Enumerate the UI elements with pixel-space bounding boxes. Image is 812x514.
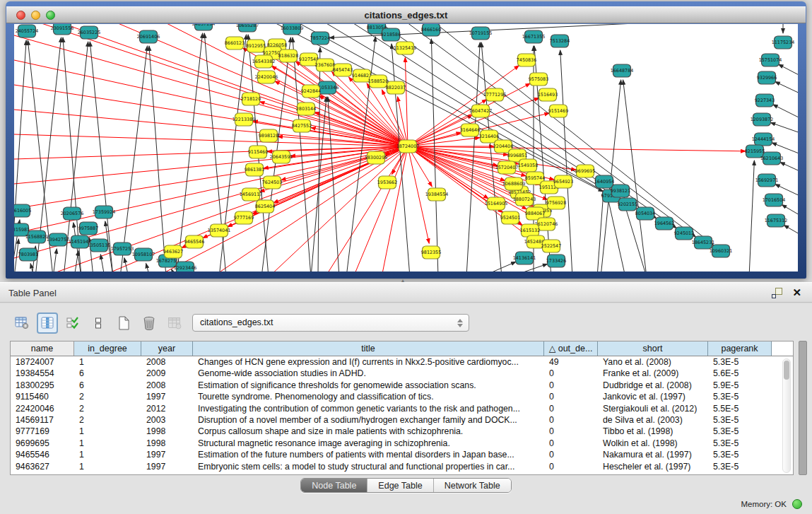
graph-node[interactable]: 2803144 xyxy=(296,103,316,115)
graph-node[interactable]: 9329966 xyxy=(757,71,777,84)
graph-node[interactable]: 15164905 xyxy=(485,197,508,210)
graph-node[interactable]: 16047427 xyxy=(469,105,493,117)
graph-node[interactable]: 2522547 xyxy=(541,240,561,252)
graph-node[interactable]: 16648784 xyxy=(611,64,634,77)
graph-node[interactable]: 8186328 xyxy=(278,49,298,62)
graph-node[interactable]: 17771295 xyxy=(483,88,507,101)
graph-node[interactable]: 9699695 xyxy=(575,165,595,177)
row-height-icon[interactable] xyxy=(88,313,109,334)
graph-node[interactable]: 7857224 xyxy=(310,32,330,45)
graph-node[interactable]: 9465546 xyxy=(184,235,204,248)
graph-node[interactable]: 12093872 xyxy=(751,113,774,126)
tab-edge-table[interactable]: Edge Table xyxy=(367,479,433,492)
graph-node[interactable]: 3164646 xyxy=(460,124,480,136)
graph-node[interactable]: 13574041 xyxy=(208,224,231,237)
column-header-title[interactable]: title xyxy=(193,341,544,356)
network-canvas[interactable]: 2405572423091556260352252069140624637194… xyxy=(14,24,798,271)
graph-node[interactable]: 17016504 xyxy=(763,194,786,206)
tab-node-table[interactable]: Node Table xyxy=(301,479,367,492)
close-panel-icon[interactable]: ✕ xyxy=(792,286,801,299)
graph-node[interactable]: 9654923 xyxy=(553,175,573,188)
select-columns-icon[interactable] xyxy=(62,313,83,334)
graph-node[interactable]: 18645231 xyxy=(692,236,715,249)
close-window-icon[interactable] xyxy=(16,11,25,20)
graph-node[interactable]: 13942757 xyxy=(47,233,70,246)
graph-node[interactable]: 9245012 xyxy=(674,227,694,240)
graph-node[interactable]: 16543382 xyxy=(252,55,276,68)
graph-node[interactable]: 9777169 xyxy=(234,211,254,224)
table-row[interactable]: 969969511998Structural magnetic resonanc… xyxy=(11,438,793,449)
table-scrollbar[interactable] xyxy=(782,358,791,473)
graph-node[interactable]: 9861381 xyxy=(245,163,264,176)
graph-node[interactable]: 11568829 xyxy=(25,230,49,243)
graph-node[interactable]: 7513284 xyxy=(550,35,570,47)
graph-node[interactable]: 15692971 xyxy=(755,174,779,187)
graph-node[interactable]: 1516493 xyxy=(538,88,558,101)
graph-node[interactable]: 14569117 xyxy=(240,188,263,201)
graph-node[interactable]: 8660123 xyxy=(225,37,245,49)
graph-node[interactable]: 14136141 xyxy=(513,252,536,264)
graph-node[interactable]: 24637194 xyxy=(192,24,216,30)
window-titlebar[interactable]: citations_edges.txt xyxy=(6,6,806,23)
graph-node[interactable]: 9975887 xyxy=(78,222,98,235)
graph-node[interactable]: 11325419 xyxy=(394,42,417,54)
column-header-name[interactable]: name xyxy=(11,341,74,356)
graph-node[interactable]: 9898128 xyxy=(259,129,278,142)
graph-node[interactable]: 1549358 xyxy=(518,159,538,172)
graph-node[interactable]: 15751074 xyxy=(759,54,782,66)
graph-node[interactable]: 13505135 xyxy=(88,239,111,252)
graph-node[interactable]: 11175234 xyxy=(772,36,795,49)
tab-network-table[interactable]: Network Table xyxy=(434,479,511,492)
graph-node[interactable]: 1640954 xyxy=(594,175,614,188)
column-header-year[interactable]: year xyxy=(141,341,193,356)
graph-node[interactable]: 9227343 xyxy=(755,94,775,107)
table-row[interactable]: 946362711997Embryonic stem cells: a mode… xyxy=(11,461,793,472)
float-panel-icon[interactable] xyxy=(772,288,782,298)
graph-node[interactable]: 12923446 xyxy=(174,262,197,271)
graph-node[interactable]: 20691406 xyxy=(137,30,160,43)
graph-node[interactable]: 16671355 xyxy=(522,30,546,43)
graph-node[interactable]: 1964562 xyxy=(654,217,674,230)
minimize-window-icon[interactable] xyxy=(31,11,40,20)
graph-node[interactable]: 2616005 xyxy=(14,204,31,217)
graph-node[interactable]: 20643591 xyxy=(270,151,293,163)
graph-node[interactable]: 10960321 xyxy=(710,245,733,257)
graph-node[interactable]: 18300295 xyxy=(365,151,388,164)
graph-node[interactable]: 9812355 xyxy=(421,246,441,259)
graph-node[interactable]: 10958107 xyxy=(132,248,155,261)
graph-node[interactable]: 9575083 xyxy=(529,73,548,86)
graph-node[interactable]: 12213389 xyxy=(233,113,256,126)
panel-scrollbar[interactable] xyxy=(799,341,807,475)
graph-node[interactable]: 18807243 xyxy=(513,193,536,206)
table-row[interactable]: 1830029562008Estimation of significance … xyxy=(11,380,793,391)
graph-node[interactable]: 8466160 xyxy=(421,24,441,36)
graph-node[interactable]: 17957253 xyxy=(111,243,134,255)
column-header-short[interactable]: short xyxy=(598,341,708,356)
graph-node[interactable]: 11675312 xyxy=(765,214,788,227)
graph-node[interactable]: 2718120 xyxy=(241,93,261,105)
graph-node[interactable]: 15720407 xyxy=(495,161,519,174)
graph-node[interactable]: 9218586 xyxy=(381,28,401,41)
graph-node[interactable]: 9151469 xyxy=(548,105,568,117)
create-column-icon[interactable] xyxy=(113,313,134,334)
graph-node[interactable]: 16033809 xyxy=(281,24,304,35)
graph-node[interactable]: 9202155 xyxy=(618,198,637,211)
graph-node[interactable]: 9115460 xyxy=(248,146,268,158)
graph-node[interactable]: 7803981 xyxy=(18,248,38,261)
graph-node[interactable]: 12444154 xyxy=(752,133,775,146)
graph-node[interactable]: 9756928 xyxy=(546,197,566,209)
table-row[interactable]: 1938455462009Genome-wide association stu… xyxy=(11,368,793,379)
show-columns-icon[interactable] xyxy=(37,313,58,334)
graph-node[interactable]: 17359924 xyxy=(93,206,116,218)
graph-node[interactable]: 8822037 xyxy=(386,81,406,94)
graph-node[interactable]: 8054034 xyxy=(635,207,655,220)
graph-node[interactable]: 7624503 xyxy=(262,176,282,189)
column-header-in_degree[interactable]: in_degree xyxy=(74,341,141,356)
graph-node[interactable]: 1615132 xyxy=(520,224,540,237)
graph-node[interactable]: 10688609 xyxy=(502,177,526,190)
graph-node[interactable]: 1953662 xyxy=(377,176,397,189)
graph-node[interactable]: 23091556 xyxy=(51,24,74,35)
column-header-pagerank[interactable]: pagerank xyxy=(708,341,772,356)
graph-node[interactable]: 8625404 xyxy=(255,200,275,213)
graph-node[interactable]: 10719155 xyxy=(469,27,493,40)
